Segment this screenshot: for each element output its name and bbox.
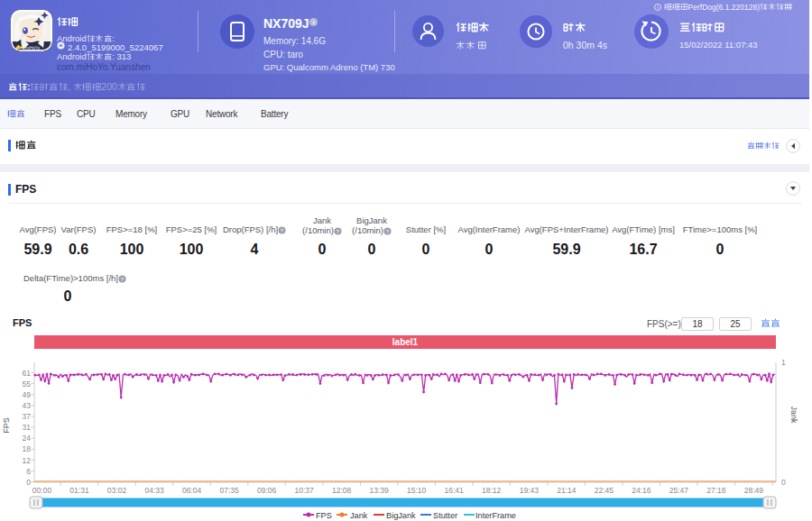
svg-text:12:08: 12:08 bbox=[332, 486, 352, 495]
svg-text:04:33: 04:33 bbox=[144, 486, 164, 495]
svg-text:18: 18 bbox=[23, 444, 32, 453]
svg-text:61: 61 bbox=[23, 369, 32, 378]
svg-text:37: 37 bbox=[23, 412, 32, 421]
svg-text:1: 1 bbox=[781, 358, 786, 367]
svg-text:Jank: Jank bbox=[789, 406, 798, 424]
svg-text:55: 55 bbox=[23, 379, 32, 388]
svg-text:InterFrame: InterFrame bbox=[475, 511, 516, 520]
svg-text:0: 0 bbox=[781, 478, 786, 487]
svg-text:16:41: 16:41 bbox=[445, 486, 465, 495]
svg-text:FPS: FPS bbox=[316, 511, 332, 520]
svg-text:24:16: 24:16 bbox=[632, 486, 651, 495]
svg-text:10:37: 10:37 bbox=[294, 486, 314, 495]
svg-text:6: 6 bbox=[26, 467, 31, 476]
svg-text:Jank: Jank bbox=[350, 511, 368, 520]
svg-text:09:06: 09:06 bbox=[257, 486, 277, 495]
svg-text:0: 0 bbox=[26, 478, 31, 487]
svg-text:19:43: 19:43 bbox=[520, 486, 540, 495]
svg-text:31: 31 bbox=[23, 423, 32, 432]
svg-text:BigJank: BigJank bbox=[386, 511, 416, 520]
svg-text:06:04: 06:04 bbox=[182, 486, 202, 495]
svg-text:24: 24 bbox=[23, 434, 32, 443]
svg-text:25:47: 25:47 bbox=[669, 486, 689, 495]
svg-text:13:39: 13:39 bbox=[370, 486, 390, 495]
svg-text:43: 43 bbox=[23, 401, 32, 410]
svg-text:27:18: 27:18 bbox=[706, 486, 726, 495]
svg-text:12: 12 bbox=[23, 456, 32, 465]
svg-text:03:02: 03:02 bbox=[107, 486, 127, 495]
svg-text:01:31: 01:31 bbox=[69, 486, 89, 495]
svg-text:18:12: 18:12 bbox=[482, 486, 502, 495]
svg-text:49: 49 bbox=[23, 390, 32, 399]
svg-text:28:49: 28:49 bbox=[744, 486, 764, 495]
svg-text:15:10: 15:10 bbox=[407, 486, 427, 495]
svg-text:22:45: 22:45 bbox=[595, 486, 614, 495]
svg-text:Stutter: Stutter bbox=[433, 511, 457, 520]
svg-text:FPS: FPS bbox=[2, 417, 11, 434]
svg-text:07:35: 07:35 bbox=[219, 486, 239, 495]
svg-text:00:00: 00:00 bbox=[32, 486, 52, 495]
svg-text:21:14: 21:14 bbox=[557, 486, 577, 495]
